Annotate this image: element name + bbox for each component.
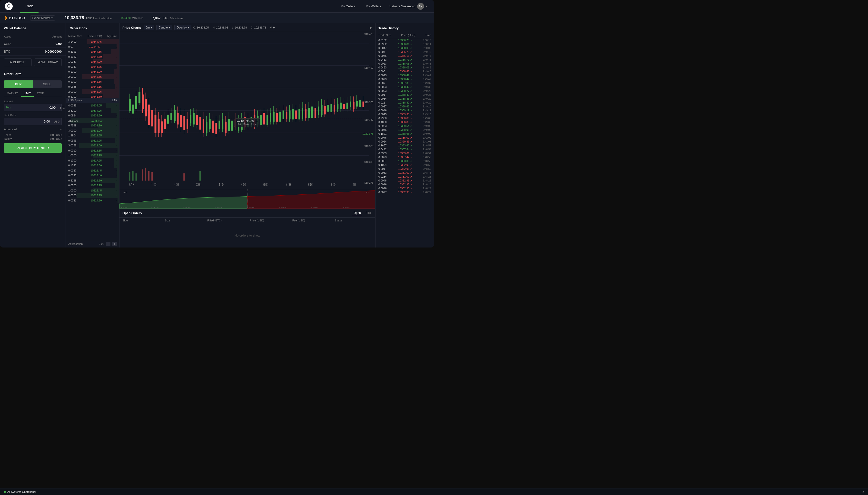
limit-price-field: Limit Price USD <box>4 114 62 125</box>
trade-history-row: 0.005 10333.00 ↗ 9:48:53 <box>376 159 434 163</box>
price-high: $10,425 <box>364 33 373 36</box>
limit-tab[interactable]: LIMIT <box>21 90 34 97</box>
buy-tab[interactable]: BUY <box>4 80 33 88</box>
mid-price-label: Mid Market Price <box>237 123 258 126</box>
place-order-button[interactable]: PLACE BUY ORDER <box>4 143 62 153</box>
svg-text:3:00: 3:00 <box>196 182 201 187</box>
amount-input[interactable] <box>13 104 58 111</box>
chart-type-dropdown[interactable]: Candle ▾ <box>156 25 173 30</box>
tab-open[interactable]: Open <box>352 211 362 215</box>
trade-time: 9:49:49 <box>423 51 431 53</box>
h-stat: H: 10,338.05 <box>213 26 228 29</box>
tab-trade[interactable]: Trade <box>20 0 38 13</box>
trade-price: 10331.02 ↗ <box>398 171 415 174</box>
trade-history-row: 0.4000 10336.80 ↗ 9:49:06 <box>376 120 434 124</box>
trade-history-row: 0.0076 10336.13 ↗ 9:49:48 <box>376 54 434 58</box>
trade-history-row: 0.0093 10338.27 ↗ 9:49:28 <box>376 89 434 93</box>
trade-size: 0.005 <box>378 159 391 163</box>
trade-price: 10336.71 ↗ <box>398 58 415 61</box>
c-value: 10,336.78 <box>254 26 266 29</box>
max-button[interactable]: Max <box>4 106 13 109</box>
svg-text:9:00: 9:00 <box>330 182 335 187</box>
market-pair: ₿ BTC-USD <box>5 16 26 20</box>
wallet-actions: ⊕ DEPOSIT ⊖ WITHDRAW <box>0 55 66 69</box>
trade-time: 9:49:20 <box>423 98 431 100</box>
price-currency: USD <box>86 17 92 20</box>
trade-size: 0.0023 <box>378 156 391 158</box>
o-value: 10,338.05 <box>197 26 209 29</box>
bid-row: 4.004510335.05- <box>66 103 119 108</box>
overlay-dropdown[interactable]: Overlay ▾ <box>174 25 191 30</box>
deposit-button[interactable]: ⊕ DEPOSIT <box>4 58 32 66</box>
svg-text:300: 300 <box>366 191 370 193</box>
trade-size: 0.0234 <box>378 175 391 178</box>
trade-price: 10337.42 ↗ <box>398 156 415 158</box>
buy-sell-tabs: BUY SELL <box>4 80 62 88</box>
user-menu[interactable]: Satoshi Nakamoto SN ▾ <box>388 2 429 11</box>
sell-tab[interactable]: SELL <box>33 80 62 88</box>
trade-price: 10335.00 ↗ <box>398 136 415 139</box>
trade-price: 10332.95 ↗ <box>398 187 415 190</box>
bid-row: 0.100010327.25- <box>66 158 119 163</box>
trade-history-row: 0.0023 10338.42 ↗ 9:49:42 <box>376 77 434 81</box>
my-orders-button[interactable]: My Orders <box>337 2 359 10</box>
advanced-label: Advanced <box>4 127 17 131</box>
advanced-toggle[interactable]: Advanced ▾ <box>4 127 62 131</box>
chevron-down-icon: ▾ <box>426 5 427 7</box>
ob-col-mysize: My Size <box>107 35 117 37</box>
ask-row: 0.100010342.90- <box>66 69 119 74</box>
svg-marker-176 <box>247 190 376 208</box>
svg-rect-48 <box>196 115 198 125</box>
trade-price: 10338.42 ↗ <box>398 78 415 81</box>
svg-rect-114 <box>301 108 303 119</box>
trade-time: 9:50:02 <box>423 47 431 49</box>
my-wallets-button[interactable]: My Wallets <box>362 2 385 10</box>
trade-time: 9:48:43 <box>423 171 431 174</box>
svg-rect-156 <box>135 173 137 181</box>
bid-row: 3.026810329.00- <box>66 143 119 148</box>
trade-time: 9:48:28 <box>423 179 431 182</box>
limit-input[interactable] <box>4 118 52 125</box>
stop-tab[interactable]: STOP <box>34 90 47 97</box>
withdraw-icon: ⊖ <box>38 61 40 64</box>
market-tab[interactable]: MARKET <box>4 90 21 97</box>
trade-time: 9:49:42 <box>423 74 431 77</box>
trade-history-row: 0.005 10338.42 ↗ 9:49:43 <box>376 69 434 73</box>
chart-forward-icon[interactable]: ▶ <box>370 25 372 30</box>
app-logo: C <box>5 2 13 10</box>
select-market-button[interactable]: Select Market ▾ <box>30 15 55 21</box>
order-type-tabs: MARKET LIMIT STOP <box>4 90 62 97</box>
wallet-header: Wallet Balance <box>0 23 66 33</box>
trade-size: 0.0102 <box>378 39 391 42</box>
trade-size: 0.007 <box>378 82 391 85</box>
v-stat: V: 0 <box>270 26 275 29</box>
trade-history-row: 0.0047 10338.05 ↗ 9:50:02 <box>376 46 434 50</box>
agg-minus-button[interactable]: − <box>106 242 111 246</box>
bid-row: 0.003710326.45- <box>66 168 119 173</box>
trade-time: 9:49:48 <box>423 58 431 61</box>
svg-rect-10 <box>135 97 137 109</box>
ask-row: 2.000010342.85- <box>66 74 119 80</box>
asset-name-btc: BTC <box>4 50 10 53</box>
trade-time: 9:49:48 <box>423 66 431 69</box>
timeframe-dropdown[interactable]: 5m ▾ <box>144 25 154 30</box>
trade-time: 9:48:57 <box>423 144 431 147</box>
tab-fills[interactable]: Fills <box>364 211 372 215</box>
ob-col-size: Market Size <box>68 35 82 37</box>
bid-row: 0.002110324.50- <box>66 198 119 203</box>
asset-amount-btc: 0.00000000 <box>45 50 62 53</box>
trade-history-row: 0.0046 10332.95 ↗ 9:48:24 <box>376 186 434 190</box>
dropdown-arrow: ▾ <box>188 26 189 29</box>
withdraw-button[interactable]: ⊖ WITHDRAW <box>34 58 62 66</box>
chart-panel: Price Charts 5m ▾ Candle ▾ Overlay ▾ O: … <box>119 23 376 248</box>
agg-plus-button[interactable]: + <box>112 242 117 246</box>
asks-list: 3.140010344.45- 0.0110344.40- 0.29991034… <box>66 39 119 98</box>
chevron-icon: ▾ <box>60 127 62 131</box>
svg-rect-106 <box>289 110 291 119</box>
trade-size: 0.2933 <box>378 124 391 127</box>
limit-unit: USD <box>52 120 62 123</box>
bid-row: 2.510010334.95- <box>66 108 119 113</box>
trade-size: 0.0463 <box>378 66 391 69</box>
asset-name-usd: USD <box>4 42 11 46</box>
trade-size: 0.0046 <box>378 109 391 112</box>
